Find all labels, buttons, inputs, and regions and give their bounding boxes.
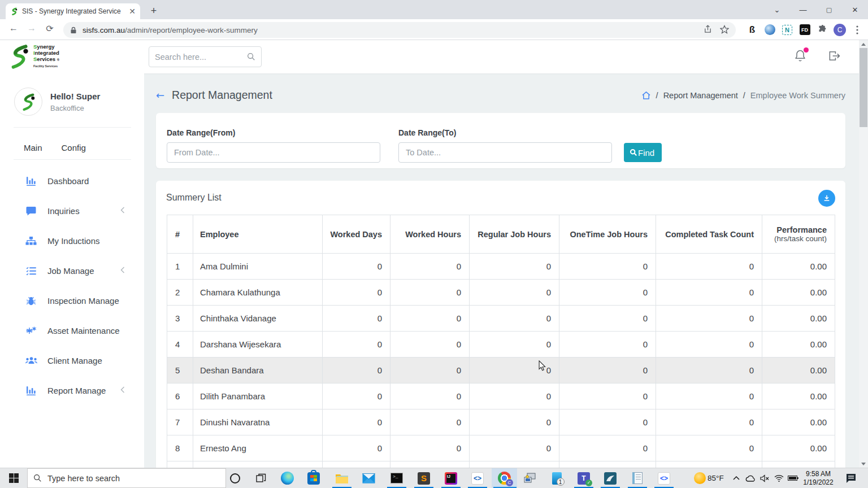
date-to-input[interactable] <box>398 142 612 163</box>
sidebar-item-client-manage[interactable]: Client Manage <box>0 346 144 376</box>
value-cell: 0 <box>470 409 559 435</box>
window-minimize-button[interactable]: — <box>790 6 816 14</box>
sidebar-tab-main[interactable]: Main <box>24 143 42 152</box>
sidebar-item-label: Asset Maintenance <box>47 326 120 336</box>
terminal-icon[interactable]: >_ <box>385 468 408 488</box>
reload-button[interactable]: ⟳ <box>43 23 57 34</box>
summary-card: Summery List # Employee Worked Days Work… <box>156 181 845 468</box>
date-from-input[interactable] <box>167 142 380 163</box>
mail-icon[interactable] <box>357 468 380 488</box>
remote-desktop-icon[interactable] <box>519 468 541 488</box>
extension-fd-icon[interactable]: FD <box>798 24 811 36</box>
breadcrumb-report-management[interactable]: Report Management <box>663 91 738 100</box>
back-button[interactable]: ← <box>7 23 20 33</box>
sidebar-item-label: Job Manage <box>47 266 94 276</box>
sidebar-item-dashboard[interactable]: Dashboard <box>0 166 144 196</box>
address-bar[interactable]: sisfs.com.au/admin/report/employee-work-… <box>63 22 736 38</box>
scroll-down-arrow[interactable] <box>859 460 868 468</box>
value-cell: 0 <box>470 435 559 461</box>
extension-n-icon[interactable]: N <box>781 24 793 36</box>
temperature-text[interactable]: 85°F <box>708 474 724 482</box>
row-index-cell: 8 <box>167 435 193 461</box>
table-row[interactable]: 5Deshan Bandara000000.00 <box>167 358 835 384</box>
back-arrow-icon[interactable]: ← <box>156 89 164 101</box>
code-editor-icon[interactable]: <> <box>653 468 675 488</box>
mysql-workbench-icon[interactable] <box>599 468 622 488</box>
teams-icon[interactable]: T✓ <box>572 468 595 488</box>
browser-tabstrip: SIS - Synergy Integrated Service ✕ + ⌄ —… <box>0 0 868 19</box>
table-row[interactable]: 2Chamara Kulathunga000000.00 <box>167 280 835 306</box>
sidebar-item-report-manage[interactable]: Report Manage <box>0 376 144 406</box>
sidebar-item-inspection-manage[interactable]: Inspection Manage <box>0 286 144 316</box>
extension-orb-icon[interactable] <box>763 24 776 36</box>
cortana-button[interactable] <box>224 468 246 488</box>
value-cell: 0 <box>323 306 390 332</box>
queue-badge: 1 <box>557 478 565 486</box>
share-icon[interactable] <box>704 25 712 35</box>
sidebar-item-asset-maintenance[interactable]: Asset Maintenance <box>0 316 144 346</box>
table-row[interactable]: 4Darshana Wijesekara000000.00 <box>167 332 835 358</box>
value-cell: 0.00 <box>762 306 835 332</box>
value-cell: 0.00 <box>762 435 835 461</box>
value-cell: 0.00 <box>762 409 835 435</box>
window-close-button[interactable]: ✕ <box>842 6 868 14</box>
value-cell: 0 <box>390 409 470 435</box>
table-row[interactable]: 7Dinushi Navaratna000000.00 <box>167 409 835 435</box>
task-view-button[interactable] <box>250 468 272 488</box>
notifications-button[interactable] <box>794 49 806 64</box>
scroll-up-arrow[interactable] <box>859 40 868 48</box>
app-logo[interactable]: Synergy Integrated Services ® Facility S… <box>7 43 59 69</box>
chrome-icon[interactable]: C <box>492 468 517 488</box>
action-center-icon[interactable] <box>840 468 862 488</box>
table-row[interactable]: 6Dilith Panambara000000.00 <box>167 384 835 409</box>
forward-button[interactable]: → <box>25 23 38 33</box>
taskbar-search[interactable]: Type here to search <box>27 468 226 488</box>
store-icon[interactable] <box>302 468 325 488</box>
browser-tab[interactable]: SIS - Synergy Integrated Service ✕ <box>6 3 140 19</box>
logout-button[interactable] <box>828 50 841 64</box>
clock-date: 1/19/2022 <box>798 478 839 487</box>
intellij-icon[interactable]: IJ <box>440 468 462 488</box>
notepad-icon[interactable] <box>626 468 649 488</box>
app-search-input[interactable]: Search here... <box>149 46 262 67</box>
sidebar-tab-config[interactable]: Config <box>62 143 86 152</box>
window-maximize-button[interactable]: ▢ <box>816 6 842 14</box>
tab-search-chevron-icon[interactable]: ⌄ <box>764 6 790 14</box>
scrollbar-thumb[interactable] <box>860 48 867 127</box>
users-icon <box>25 356 37 365</box>
sublime-icon[interactable]: S <box>413 468 435 488</box>
table-row[interactable]: 1Ama Dulmini000000.00 <box>167 254 835 280</box>
logo-swoosh <box>7 43 31 69</box>
value-cell: 0 <box>323 358 390 384</box>
tab-close-icon[interactable]: ✕ <box>129 7 136 16</box>
filter-card: Date Range(From) Date Range(To) Find <box>156 113 845 168</box>
file-explorer-icon[interactable] <box>331 468 353 488</box>
home-icon[interactable] <box>641 91 651 100</box>
sidebar-item-job-manage[interactable]: Job Manage <box>0 256 144 286</box>
notification-dot <box>804 47 809 53</box>
queue-app-icon[interactable]: 1 <box>545 468 568 488</box>
value-cell <box>470 461 559 468</box>
new-tab-button[interactable]: + <box>147 5 160 18</box>
sidebar-item-inquiries[interactable]: Inquiries <box>0 196 144 226</box>
table-row[interactable]: 3Chinthaka Vidanage000000.00 <box>167 306 835 332</box>
table-row[interactable]: 8Ernesto Ang000000.00 <box>167 435 835 461</box>
bookmark-star-icon[interactable] <box>720 25 729 36</box>
edge-icon[interactable] <box>276 468 298 488</box>
scrollbar[interactable] <box>859 40 868 468</box>
profile-avatar[interactable]: C <box>834 24 846 36</box>
row-index-cell: 2 <box>167 280 193 306</box>
summary-table: # Employee Worked Days Worked Hours Regu… <box>167 215 835 468</box>
user-avatar[interactable] <box>14 88 42 116</box>
start-button[interactable] <box>2 468 25 488</box>
extension-b-icon[interactable]: ß <box>746 24 758 36</box>
row-index-cell: 3 <box>167 306 193 332</box>
sidebar-item-my-inductions[interactable]: My Inductions <box>0 226 144 256</box>
extensions-puzzle-icon[interactable] <box>816 24 828 36</box>
browser-menu-icon[interactable] <box>851 24 863 36</box>
download-button[interactable] <box>818 190 835 207</box>
taskbar-clock[interactable]: 9:58 AM 1/19/2022 <box>798 470 839 487</box>
vscode-icon[interactable]: <> <box>466 468 489 488</box>
find-button[interactable]: Find <box>624 143 662 162</box>
value-cell: 0 <box>656 332 762 358</box>
